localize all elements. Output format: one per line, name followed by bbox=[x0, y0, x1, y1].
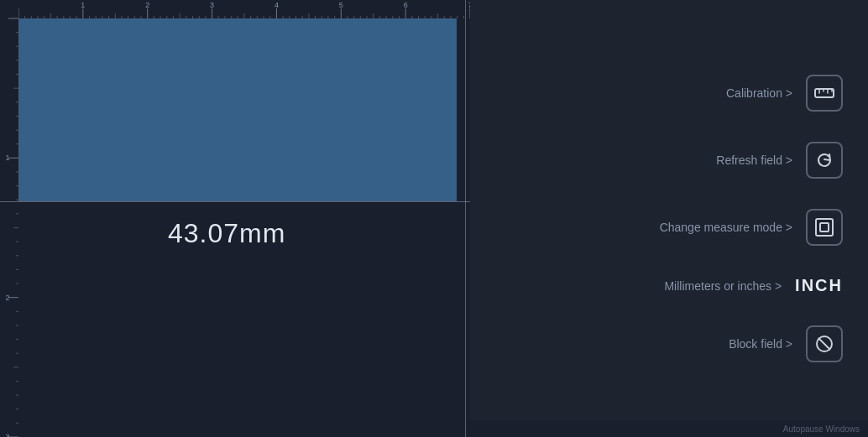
svg-rect-5 bbox=[816, 219, 833, 236]
measure-panel: 19.88mm 43.07mm bbox=[0, 0, 470, 437]
calibration-icon-box bbox=[806, 75, 843, 112]
svg-line-8 bbox=[819, 339, 830, 350]
crosshair-horizontal bbox=[0, 201, 470, 202]
controls-panel: Calibration > Refresh field > bbox=[470, 0, 868, 437]
units-button[interactable]: Millimeters or inches > INCH bbox=[487, 264, 851, 307]
app-container: 19.88mm 43.07mm Calibration > Refresh fi… bbox=[0, 0, 868, 437]
ruler-left bbox=[0, 0, 18, 437]
svg-rect-0 bbox=[815, 89, 834, 97]
change-mode-button[interactable]: Change measure mode > bbox=[487, 197, 851, 258]
measured-area bbox=[18, 18, 457, 201]
change-mode-icon-box bbox=[806, 209, 843, 246]
ruler-top bbox=[0, 0, 470, 18]
crosshair-vertical bbox=[465, 0, 466, 437]
refresh-icon-box bbox=[806, 142, 843, 179]
refresh-label: Refresh field > bbox=[716, 153, 792, 167]
calibration-button[interactable]: Calibration > bbox=[487, 63, 851, 123]
bottom-bar: Autopause Windows bbox=[470, 420, 868, 437]
measure-mode-icon bbox=[813, 216, 835, 238]
units-label: Millimeters or inches > bbox=[664, 279, 782, 293]
block-icon bbox=[813, 333, 835, 355]
block-label: Block field > bbox=[729, 337, 792, 351]
bottom-bar-text: Autopause Windows bbox=[783, 424, 860, 434]
block-button[interactable]: Block field > bbox=[487, 314, 851, 374]
change-mode-label: Change measure mode > bbox=[660, 221, 792, 234]
units-value: INCH bbox=[795, 276, 843, 295]
height-measurement: 43.07mm bbox=[168, 218, 285, 249]
refresh-button[interactable]: Refresh field > bbox=[487, 130, 851, 190]
refresh-icon bbox=[813, 149, 835, 171]
calibration-label: Calibration > bbox=[726, 86, 792, 100]
block-icon-box bbox=[806, 325, 843, 362]
ruler-icon bbox=[813, 82, 835, 104]
svg-rect-6 bbox=[820, 223, 829, 232]
